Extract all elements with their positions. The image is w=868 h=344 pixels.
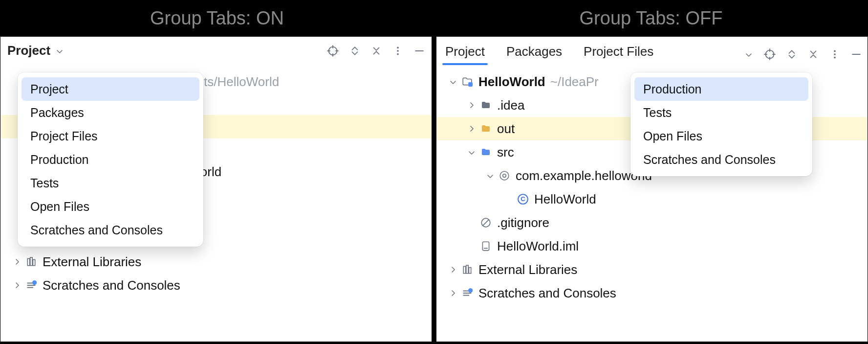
- ignore-icon: [478, 217, 493, 228]
- package-icon: [497, 170, 512, 181]
- comparison-header: Group Tabs: ON Group Tabs: OFF: [0, 0, 868, 36]
- chevron-right-icon[interactable]: [10, 258, 24, 266]
- locate-icon[interactable]: [327, 45, 339, 57]
- root-path-fragment: ts/HelloWorld: [204, 74, 279, 90]
- chevron-right-icon[interactable]: [465, 101, 478, 109]
- chevron-down-icon[interactable]: [465, 149, 478, 156]
- popup-item-open-files[interactable]: Open Files: [22, 195, 199, 218]
- tab-project-files[interactable]: Project Files: [581, 39, 656, 65]
- tree-row-scratches[interactable]: Scratches and Consoles: [436, 281, 868, 305]
- chevron-down-icon[interactable]: [55, 47, 64, 54]
- library-icon: [460, 264, 475, 275]
- folder-icon: [478, 124, 493, 134]
- class-icon: [516, 194, 530, 205]
- view-selector-popup: Project Packages Project Files Productio…: [18, 72, 203, 247]
- tab-overflow-popup: Production Tests Open Files Scratches an…: [630, 72, 812, 176]
- folder-icon: [478, 100, 493, 110]
- tree-row-iml[interactable]: HelloWorld.iml: [436, 234, 868, 258]
- chevron-right-icon[interactable]: [446, 266, 460, 274]
- scratches-icon: [460, 288, 475, 298]
- file-icon: [478, 241, 493, 252]
- chevron-right-icon[interactable]: [465, 125, 478, 133]
- more-icon[interactable]: [392, 46, 403, 56]
- tab-project[interactable]: Project: [442, 39, 488, 65]
- project-header: Project: [0, 37, 432, 65]
- tree-row-class[interactable]: HelloWorld: [436, 187, 868, 211]
- tree-row-scratches[interactable]: Scratches and Consoles: [0, 274, 432, 297]
- popup-item-production[interactable]: Production: [634, 77, 808, 101]
- project-tabs: Project Packages Project Files: [436, 37, 868, 65]
- collapse-all-icon[interactable]: [808, 49, 819, 60]
- chevron-right-icon[interactable]: [10, 281, 24, 289]
- chevron-down-icon[interactable]: [744, 51, 753, 58]
- popup-item-open-files[interactable]: Open Files: [634, 124, 808, 148]
- library-icon: [24, 256, 39, 267]
- popup-item-packages[interactable]: Packages: [22, 101, 199, 124]
- popup-item-project-files[interactable]: Project Files: [22, 124, 199, 148]
- tab-packages[interactable]: Packages: [503, 39, 565, 65]
- chevron-right-icon[interactable]: [446, 289, 460, 297]
- chevron-down-icon[interactable]: [483, 172, 497, 179]
- popup-item-production[interactable]: Production: [22, 148, 199, 171]
- tree-row-ext-libs[interactable]: External Libraries: [0, 250, 432, 274]
- chevron-down-icon[interactable]: [446, 78, 460, 85]
- tree-row-ext-libs[interactable]: External Libraries: [436, 258, 868, 281]
- popup-item-tests[interactable]: Tests: [634, 101, 808, 124]
- module-icon: [460, 76, 475, 87]
- popup-item-project[interactable]: Project: [22, 77, 199, 101]
- more-icon[interactable]: [829, 49, 840, 60]
- minimize-icon[interactable]: [414, 46, 425, 56]
- group-tabs-on-label: Group Tabs: ON: [150, 8, 284, 29]
- expand-all-icon[interactable]: [786, 49, 797, 60]
- locate-icon[interactable]: [764, 48, 776, 60]
- group-tabs-off-label: Group Tabs: OFF: [580, 8, 723, 29]
- folder-icon: [478, 147, 493, 157]
- popup-item-scratches[interactable]: Scratches and Consoles: [22, 218, 199, 242]
- popup-item-scratches[interactable]: Scratches and Consoles: [634, 148, 808, 171]
- tree-row-gitignore[interactable]: .gitignore: [436, 211, 868, 234]
- expand-all-icon[interactable]: [349, 46, 360, 56]
- project-view-selector[interactable]: Project: [7, 43, 50, 58]
- minimize-icon[interactable]: [851, 49, 862, 60]
- scratches-icon: [24, 280, 39, 291]
- collapse-all-icon[interactable]: [371, 46, 382, 56]
- popup-item-tests[interactable]: Tests: [22, 171, 199, 195]
